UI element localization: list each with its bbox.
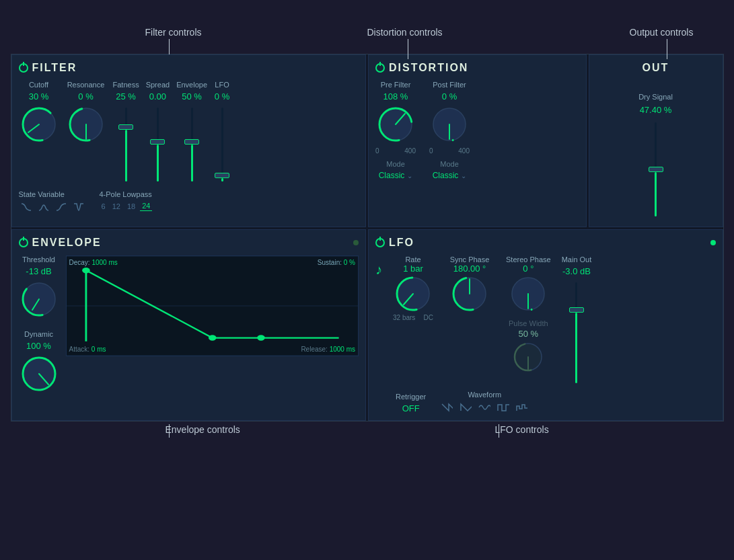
pre-filter-max: 400 <box>404 147 416 155</box>
sync-phase-knob[interactable] <box>449 274 490 314</box>
envelope-power-icon[interactable] <box>19 238 28 247</box>
spread-slider[interactable] <box>149 104 166 185</box>
envelope-label: Envelope <box>176 81 207 89</box>
post-filter-label: Post Filter <box>433 81 466 89</box>
pre-mode-chevron[interactable]: ⌄ <box>407 172 412 179</box>
shape-bandpass[interactable] <box>36 201 51 213</box>
pre-filter-min: 0 <box>375 147 379 155</box>
pole-6[interactable]: 6 <box>100 201 108 211</box>
stereo-phase-col: Stereo Phase 0 ° Pulse Width 50 % <box>501 255 556 374</box>
pole-lowpass-label: 4-Pole Lowpass <box>100 190 153 198</box>
waveform-random[interactable] <box>515 401 529 413</box>
post-mode-value: Classic <box>433 171 459 180</box>
waveform-saw-up[interactable] <box>458 401 473 413</box>
stereo-phase-knob[interactable] <box>508 274 548 314</box>
distortion-power-icon[interactable] <box>375 63 385 73</box>
lfo-power-icon[interactable] <box>375 238 385 247</box>
lfo-filter-slider-group: LFO 0 % <box>214 81 230 185</box>
fatness-slider[interactable] <box>118 104 134 185</box>
lfo-sync-icon-group: ♪ <box>375 255 382 278</box>
sustain-label-graph: Sustain: 0 % <box>318 259 355 266</box>
envelope-status-dot <box>353 240 359 245</box>
section-labels-top: Filter controls Distortion controls Outp… <box>11 27 724 54</box>
waveform-square[interactable] <box>496 401 511 413</box>
pulse-width-knob[interactable] <box>511 340 545 374</box>
shape-notch[interactable] <box>71 201 86 213</box>
lfo-note-icon[interactable]: ♪ <box>375 262 382 278</box>
cutoff-knob[interactable] <box>19 104 59 145</box>
threshold-group: Threshold -13 dB <box>19 255 59 319</box>
svg-point-23 <box>257 335 265 340</box>
post-mode-label: Mode <box>440 160 459 168</box>
resonance-knob[interactable] <box>66 104 106 145</box>
resonance-value: 0 % <box>78 91 93 102</box>
pre-filter-knob[interactable] <box>375 104 416 145</box>
right-top-area: DISTORTION Pre Filter 108 % 0 <box>368 54 723 227</box>
filter-title: FILTER <box>32 62 77 74</box>
threshold-label: Threshold <box>22 255 55 264</box>
spread-group: Spread 0.00 <box>146 81 170 185</box>
distortion-title: DISTORTION <box>389 62 468 74</box>
filter-power-icon[interactable] <box>19 63 28 73</box>
dynamic-value: 100 % <box>26 341 51 351</box>
out-panel: OUT Dry Signal 47.40 % <box>589 54 723 227</box>
main-out-slider[interactable] <box>568 279 585 387</box>
pre-mode-label: Mode <box>386 160 405 168</box>
pole-18[interactable]: 18 <box>125 201 137 211</box>
pre-filter-group: Pre Filter 108 % 0 400 Mode <box>375 81 416 180</box>
section-labels-bottom: Envelope controls LFO controls <box>11 424 724 444</box>
main-ui: FILTER Cutoff 30 % Resonance 0 % <box>11 54 724 422</box>
post-mode-chevron[interactable]: ⌄ <box>461 172 466 179</box>
distortion-panel: DISTORTION Pre Filter 108 % 0 <box>368 54 587 227</box>
dry-signal-label: Dry Signal <box>638 93 673 101</box>
waveform-sine[interactable] <box>477 401 492 413</box>
post-filter-max: 400 <box>458 147 470 155</box>
out-title: OUT <box>643 62 669 74</box>
resonance-label: Resonance <box>67 81 105 89</box>
retrigger-group: Retrigger OFF <box>396 393 426 413</box>
release-label-graph: Release: 1000 ms <box>301 346 355 353</box>
dynamic-group: Dynamic 100 % <box>19 330 59 394</box>
post-filter-group: Post Filter 0 % 0 400 Mode <box>429 81 470 180</box>
lfo-panel: LFO ♪ Rate 1 bar <box>368 229 723 421</box>
rate-max: DC <box>424 314 433 321</box>
post-filter-knob[interactable] <box>429 104 470 145</box>
stereo-phase-value: 0 ° <box>523 264 534 274</box>
sustain-value: 0 % <box>344 259 355 266</box>
lfo-filter-label: LFO <box>215 81 229 89</box>
dry-signal-slider[interactable] <box>648 119 664 220</box>
shape-lowpass[interactable] <box>19 201 34 213</box>
envelope-slider[interactable] <box>184 104 200 185</box>
spread-label: Spread <box>146 81 170 89</box>
pulse-width-value: 50 % <box>519 329 539 339</box>
pole-24[interactable]: 24 <box>140 201 152 211</box>
pole-12[interactable]: 12 <box>110 201 122 211</box>
decay-value: 1000 ms <box>91 259 117 266</box>
attack-label-graph: Attack: 0 ms <box>69 346 106 353</box>
poles-group: 4-Pole Lowpass 6 12 18 24 <box>100 190 153 211</box>
threshold-knob[interactable] <box>19 279 59 319</box>
pulse-width-label: Pulse Width <box>509 319 548 327</box>
waveform-saw-down[interactable] <box>439 401 454 413</box>
threshold-value: -13 dB <box>26 266 51 276</box>
lfo-rate-value: 1 bar <box>403 264 423 274</box>
envelope-slider-group: Envelope 50 % <box>176 81 207 185</box>
envelope-graph: Decay: 1000 ms Sustain: 0 % <box>66 255 359 356</box>
main-out-label: Main Out <box>562 255 592 264</box>
pre-filter-label: Pre Filter <box>381 81 411 89</box>
stereo-phase-label: Stereo Phase <box>506 255 551 264</box>
state-variable-shapes <box>19 201 86 213</box>
retrigger-value: OFF <box>396 403 426 413</box>
lfo-title: LFO <box>389 237 414 249</box>
shape-highpass[interactable] <box>54 201 69 213</box>
spread-value: 0.00 <box>149 91 166 102</box>
lfo-rate-knob[interactable] <box>393 274 433 314</box>
fatness-value: 25 % <box>116 91 136 102</box>
lfo-filter-value: 0 % <box>215 91 229 102</box>
lfo-filter-slider[interactable] <box>214 104 230 185</box>
dynamic-knob[interactable] <box>19 354 59 394</box>
fatness-label: Fatness <box>113 81 139 89</box>
resonance-group: Resonance 0 % <box>66 81 106 145</box>
pre-filter-value: 108 % <box>383 91 408 102</box>
cutoff-value: 30 % <box>29 91 49 102</box>
